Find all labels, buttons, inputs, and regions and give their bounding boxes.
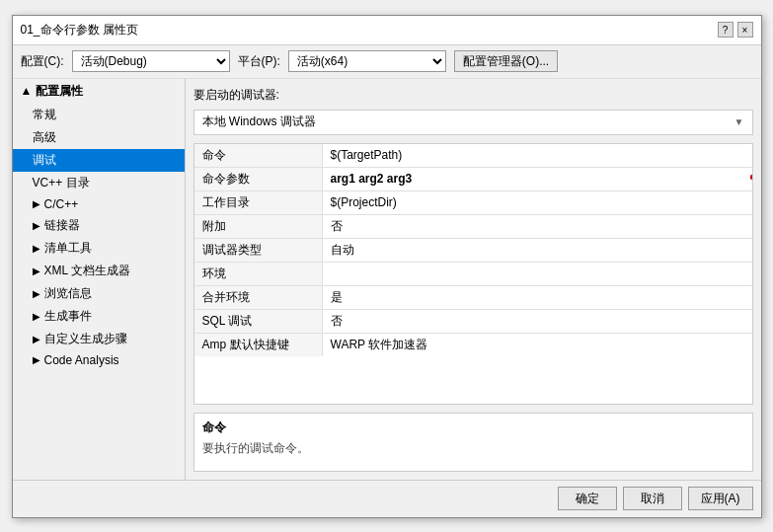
- help-button[interactable]: ?: [718, 22, 734, 38]
- close-button[interactable]: ×: [737, 22, 753, 38]
- sidebar: ▲ 配置属性 常规 高级 调试 VC++ 目录 ▶ C/C++ ▶ 链接器: [13, 79, 186, 480]
- prop-value-debugger-type[interactable]: 自动: [323, 239, 752, 262]
- arrow-icon-code-analysis: ▶: [33, 354, 40, 365]
- sidebar-label-build-events: 生成事件: [44, 308, 92, 325]
- prop-name-sql-debug: SQL 调试: [194, 310, 323, 333]
- main-content: ▲ 配置属性 常规 高级 调试 VC++ 目录 ▶ C/C++ ▶ 链接器: [13, 79, 761, 480]
- sidebar-label-debug: 调试: [33, 153, 56, 167]
- title-bar-left: 01_命令行参数 属性页: [21, 22, 138, 38]
- prop-value-cmd[interactable]: $(TargetPath): [323, 144, 752, 167]
- table-row: 合并环境 是: [194, 286, 752, 310]
- sidebar-label-advanced: 高级: [33, 130, 56, 144]
- sidebar-item-code-analysis[interactable]: ▶ Code Analysis: [13, 350, 185, 370]
- prop-name-env: 环境: [194, 263, 323, 285]
- prop-name-amp: Amp 默认快捷键: [194, 334, 323, 356]
- properties-table: 命令 $(TargetPath) 命令参数 arg1 arg2 arg3: [193, 143, 753, 405]
- prop-value-merge-env[interactable]: 是: [323, 286, 752, 309]
- prop-name-workdir: 工作目录: [194, 191, 323, 214]
- sidebar-item-advanced[interactable]: 高级: [13, 126, 185, 149]
- sidebar-item-custom-build[interactable]: ▶ 自定义生成步骤: [13, 328, 185, 350]
- content-area: 要启动的调试器: 本地 Windows 调试器 ▼ 命令 $(TargetPat…: [186, 79, 761, 480]
- arrow-icon-linker: ▶: [33, 220, 40, 231]
- sidebar-item-linker[interactable]: ▶ 链接器: [13, 214, 185, 237]
- prop-value-amp[interactable]: WARP 软件加速器: [323, 334, 752, 356]
- sidebar-root[interactable]: ▲ 配置属性: [13, 79, 185, 104]
- apply-button[interactable]: 应用(A): [688, 487, 753, 510]
- desc-text: 要执行的调试命令。: [202, 440, 744, 457]
- sidebar-label-custom-build: 自定义生成步骤: [44, 331, 127, 347]
- debugger-dropdown-icon[interactable]: ▼: [734, 116, 744, 127]
- arrow-icon-manifest: ▶: [33, 243, 40, 254]
- sidebar-item-build-events[interactable]: ▶ 生成事件: [13, 305, 185, 328]
- arrow-icon-build-events: ▶: [33, 311, 40, 322]
- sidebar-label-linker: 链接器: [44, 217, 80, 234]
- table-row: 附加 否: [194, 215, 752, 239]
- sidebar-item-vc-dir[interactable]: VC++ 目录: [13, 172, 185, 194]
- sidebar-label-general: 常规: [33, 108, 56, 121]
- table-row: 调试器类型 自动: [194, 239, 752, 263]
- prop-value-attach[interactable]: 否: [323, 215, 752, 238]
- config-label: 配置(C):: [21, 53, 64, 70]
- debugger-section: 本地 Windows 调试器 ▼: [193, 110, 753, 135]
- sidebar-item-browse[interactable]: ▶ 浏览信息: [13, 282, 185, 305]
- table-row: Amp 默认快捷键 WARP 软件加速器: [194, 334, 752, 356]
- table-row: SQL 调试 否: [194, 310, 752, 334]
- toolbar: 配置(C): 活动(Debug) 平台(P): 活动(x64) 配置管理器(O)…: [13, 45, 761, 79]
- sidebar-item-manifest[interactable]: ▶ 清单工具: [13, 237, 185, 260]
- table-row: 命令参数 arg1 arg2 arg3: [194, 168, 752, 191]
- title-bar: 01_命令行参数 属性页 ? ×: [13, 16, 761, 45]
- sidebar-label-xml: XML 文档生成器: [44, 263, 131, 279]
- arrow-icon-browse: ▶: [33, 288, 40, 299]
- sidebar-item-debug[interactable]: 调试: [13, 149, 185, 172]
- sidebar-item-general[interactable]: 常规: [13, 104, 185, 126]
- arrow-icon-xml: ▶: [33, 266, 40, 276]
- dialog-title: 01_命令行参数 属性页: [21, 22, 138, 38]
- title-bar-controls: ? ×: [718, 22, 753, 38]
- table-row: 命令 $(TargetPath): [194, 144, 752, 168]
- debugger-label: 本地 Windows 调试器: [202, 114, 316, 130]
- prop-name-args: 命令参数: [194, 168, 323, 190]
- sidebar-label-cpp: C/C++: [44, 197, 79, 211]
- prop-name-cmd: 命令: [194, 144, 323, 167]
- table-row: 工作目录 $(ProjectDir): [194, 191, 752, 215]
- sidebar-root-label: ▲ 配置属性: [21, 83, 83, 100]
- prop-name-attach: 附加: [194, 215, 323, 238]
- config-select[interactable]: 活动(Debug): [72, 50, 230, 72]
- sidebar-label-browse: 浏览信息: [44, 285, 92, 302]
- ok-button[interactable]: 确定: [558, 487, 617, 510]
- sidebar-label-manifest: 清单工具: [44, 240, 92, 257]
- config-manager-button[interactable]: 配置管理器(O)...: [454, 50, 558, 72]
- prop-value-env[interactable]: [323, 263, 752, 285]
- platform-label: 平台(P):: [238, 53, 280, 70]
- arrow-icon-cpp: ▶: [33, 198, 40, 209]
- dialog: 01_命令行参数 属性页 ? × 配置(C): 活动(Debug) 平台(P):…: [12, 15, 762, 518]
- content-header: 要启动的调试器:: [193, 87, 753, 104]
- sidebar-item-cpp[interactable]: ▶ C/C++: [13, 194, 185, 214]
- footer: 确定 取消 应用(A): [13, 480, 761, 517]
- prop-value-sql-debug[interactable]: 否: [323, 310, 752, 333]
- desc-title: 命令: [202, 419, 744, 436]
- cancel-button[interactable]: 取消: [623, 487, 682, 510]
- description-area: 命令 要执行的调试命令。: [193, 413, 753, 472]
- prop-name-debugger-type: 调试器类型: [194, 239, 323, 262]
- sidebar-item-xml[interactable]: ▶ XML 文档生成器: [13, 260, 185, 282]
- sidebar-label-vc-dir: VC++ 目录: [33, 176, 90, 190]
- platform-select[interactable]: 活动(x64): [288, 50, 446, 72]
- sidebar-label-code-analysis: Code Analysis: [44, 353, 119, 367]
- arrow-icon-custom-build: ▶: [33, 334, 40, 344]
- table-row: 环境: [194, 263, 752, 286]
- prop-value-args[interactable]: arg1 arg2 arg3: [323, 168, 752, 190]
- prop-name-merge-env: 合并环境: [194, 286, 323, 309]
- prop-value-workdir[interactable]: $(ProjectDir): [323, 191, 752, 214]
